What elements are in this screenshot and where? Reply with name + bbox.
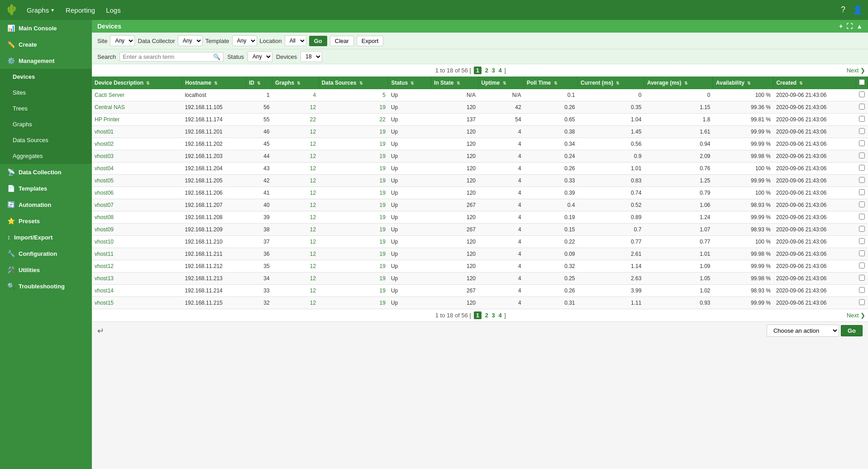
cell-datasources[interactable]: 19 [319, 187, 388, 199]
cell-graphs[interactable]: 12 [272, 260, 319, 273]
cell-checkbox[interactable] [856, 273, 868, 285]
user-icon[interactable]: 👤 [853, 5, 863, 15]
device-link[interactable]: vhost10 [95, 239, 114, 245]
cell-datasources[interactable]: 19 [319, 260, 388, 273]
page-1-link-bottom[interactable]: 1 [474, 311, 482, 319]
nav-graphs[interactable]: Graphs ▼ [23, 6, 58, 14]
col-id[interactable]: ID ⇅ [246, 77, 272, 89]
cell-checkbox[interactable] [856, 285, 868, 297]
sidebar-item-devices[interactable]: Devices [0, 69, 92, 85]
cell-datasources[interactable]: 19 [319, 163, 388, 175]
cell-desc[interactable]: Cacti Server [92, 89, 182, 101]
col-status[interactable]: Status ⇅ [388, 77, 431, 89]
col-availability[interactable]: Availability ⇅ [713, 77, 773, 89]
cell-graphs[interactable]: 12 [272, 126, 319, 138]
device-link[interactable]: vhost03 [95, 153, 114, 159]
cell-datasources[interactable]: 19 [319, 297, 388, 309]
data-collector-select[interactable]: Any [178, 35, 203, 46]
cell-desc[interactable]: vhost04 [92, 163, 182, 175]
expand-icon[interactable]: ⛶ [846, 23, 853, 30]
page-4-link[interactable]: 4 [498, 67, 501, 74]
cell-datasources[interactable]: 19 [319, 199, 388, 211]
nav-reporting[interactable]: Reporting [62, 6, 99, 14]
device-link[interactable]: vhost02 [95, 141, 114, 147]
nav-logs[interactable]: Logs [102, 6, 124, 14]
cell-graphs[interactable]: 12 [272, 138, 319, 150]
row-checkbox[interactable] [859, 177, 865, 183]
cell-datasources[interactable]: 19 [319, 101, 388, 114]
cell-desc[interactable]: Central NAS [92, 101, 182, 114]
sidebar-item-create[interactable]: ✏️ Create [0, 36, 92, 53]
page-2-link[interactable]: 2 [485, 67, 488, 74]
cell-checkbox[interactable] [856, 126, 868, 138]
cell-desc[interactable]: vhost13 [92, 273, 182, 285]
cell-graphs[interactable]: 12 [272, 273, 319, 285]
col-poll-time[interactable]: Poll Time ⇅ [524, 77, 578, 89]
cell-desc[interactable]: vhost01 [92, 126, 182, 138]
row-checkbox[interactable] [859, 238, 865, 244]
cell-graphs[interactable]: 12 [272, 101, 319, 114]
sidebar-item-sites[interactable]: Sites [0, 85, 92, 100]
device-link[interactable]: vhost13 [95, 275, 114, 282]
next-link-bottom[interactable]: Next ❯ [847, 312, 865, 319]
cell-checkbox[interactable] [856, 163, 868, 175]
cell-checkbox[interactable] [856, 248, 868, 260]
row-checkbox[interactable] [859, 140, 865, 146]
cell-checkbox[interactable] [856, 211, 868, 224]
row-checkbox[interactable] [859, 165, 865, 171]
sidebar-item-utilities[interactable]: 🛠️ Utilities [0, 262, 92, 278]
cell-graphs[interactable]: 4 [272, 89, 319, 101]
next-link-top[interactable]: Next ❯ [847, 67, 865, 74]
cell-datasources[interactable]: 19 [319, 248, 388, 260]
cell-checkbox[interactable] [856, 101, 868, 114]
cell-desc[interactable]: vhost09 [92, 224, 182, 236]
cell-checkbox[interactable] [856, 199, 868, 211]
row-checkbox[interactable] [859, 299, 865, 305]
row-checkbox[interactable] [859, 275, 865, 281]
sidebar-item-main-console[interactable]: 📊 Main Console [0, 20, 92, 36]
col-checkbox-all[interactable] [856, 77, 868, 89]
sidebar-item-graphs[interactable]: Graphs [0, 116, 92, 132]
cell-desc[interactable]: HP Printer [92, 114, 182, 126]
site-select[interactable]: Any [110, 35, 135, 46]
col-data-sources[interactable]: Data Sources ⇅ [319, 77, 388, 89]
cell-checkbox[interactable] [856, 297, 868, 309]
device-link[interactable]: vhost06 [95, 190, 114, 196]
cell-checkbox[interactable] [856, 187, 868, 199]
col-created[interactable]: Created ⇅ [773, 77, 856, 89]
row-checkbox[interactable] [859, 214, 865, 220]
row-checkbox[interactable] [859, 91, 865, 97]
cell-graphs[interactable]: 12 [272, 297, 319, 309]
cell-datasources[interactable]: 22 [319, 114, 388, 126]
cell-desc[interactable]: vhost06 [92, 187, 182, 199]
cell-desc[interactable]: vhost05 [92, 175, 182, 187]
col-hostname[interactable]: Hostname ⇅ [182, 77, 246, 89]
page-2-link-bottom[interactable]: 2 [485, 312, 488, 319]
search-input[interactable] [123, 53, 213, 60]
sidebar-item-troubleshooting[interactable]: 🔍 Troubleshooting [0, 278, 92, 294]
cell-desc[interactable]: vhost07 [92, 199, 182, 211]
template-select[interactable]: Any [232, 35, 257, 46]
go-button[interactable]: Go [309, 36, 327, 46]
cell-checkbox[interactable] [856, 236, 868, 248]
sidebar-item-aggregates[interactable]: Aggregates [0, 148, 92, 164]
cell-graphs[interactable]: 12 [272, 248, 319, 260]
sidebar-item-presets[interactable]: ⭐ Presets [0, 213, 92, 229]
cell-datasources[interactable]: 19 [319, 211, 388, 224]
cell-checkbox[interactable] [856, 114, 868, 126]
cell-graphs[interactable]: 12 [272, 285, 319, 297]
page-1-link[interactable]: 1 [474, 67, 482, 74]
sidebar-item-data-collection[interactable]: 📡 Data Collection [0, 164, 92, 180]
device-link[interactable]: vhost05 [95, 177, 114, 184]
cell-checkbox[interactable] [856, 89, 868, 101]
device-link[interactable]: vhost09 [95, 226, 114, 233]
device-link[interactable]: vhost01 [95, 129, 114, 135]
row-checkbox[interactable] [859, 201, 865, 207]
cell-checkbox[interactable] [856, 260, 868, 273]
sidebar-item-templates[interactable]: 📄 Templates [0, 180, 92, 196]
action-go-button[interactable]: Go [841, 325, 863, 336]
clear-button[interactable]: Clear [330, 36, 354, 46]
row-checkbox[interactable] [859, 128, 865, 134]
cell-desc[interactable]: vhost14 [92, 285, 182, 297]
device-link[interactable]: vhost08 [95, 214, 114, 220]
